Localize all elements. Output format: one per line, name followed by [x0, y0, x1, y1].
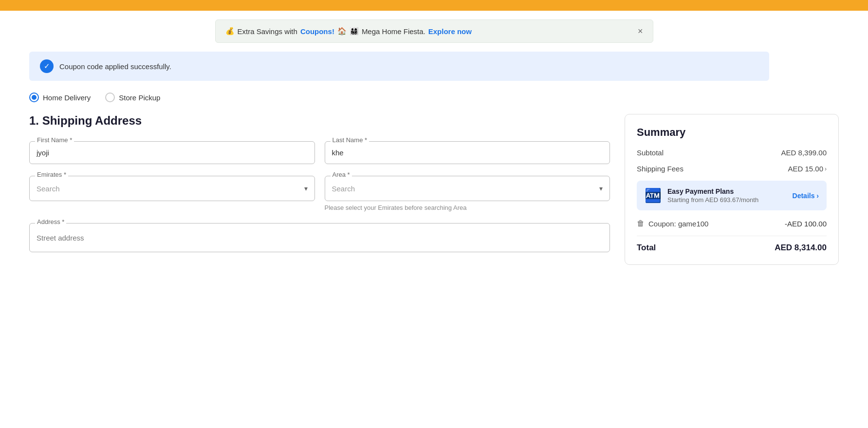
trash-icon[interactable]: 🗑 — [637, 219, 645, 228]
area-select[interactable]: Search ▾ — [325, 176, 610, 201]
store-pickup-option[interactable]: Store Pickup — [105, 93, 160, 102]
emirates-chevron-icon: ▾ — [304, 185, 308, 192]
area-chevron-icon: ▾ — [599, 185, 603, 192]
address-label: Address * — [35, 218, 66, 225]
total-row: Total AED 8,314.00 — [637, 236, 827, 253]
emirates-select[interactable]: Search ▾ — [29, 176, 315, 201]
home-delivery-option[interactable]: Home Delivery — [29, 93, 91, 102]
first-name-label: First Name * — [35, 136, 74, 144]
coupon-label-container: 🗑 Coupon: game100 — [637, 219, 708, 228]
subtotal-label: Subtotal — [637, 149, 664, 157]
summary-title: Summary — [637, 126, 827, 139]
area-hint: Please select your Emirates before searc… — [325, 204, 610, 211]
shipping-value-container: AED 15.00 › — [788, 165, 827, 173]
location-row: Emirates * Search ▾ Area * Search ▾ Plea… — [29, 176, 610, 211]
success-check-icon: ✓ — [40, 59, 54, 73]
total-label: Total — [637, 243, 656, 253]
section-title: 1. Shipping Address — [29, 114, 610, 128]
coupon-success-banner: ✓ Coupon code applied successfully. — [29, 52, 769, 81]
payment-plans-details-link[interactable]: Details › — [793, 192, 819, 200]
payment-plans-text: Easy Payment Plans Starting from AED 693… — [667, 187, 787, 204]
promo-mid-text: Mega Home Fiesta. — [362, 27, 425, 36]
area-group: Area * Search ▾ Please select your Emira… — [325, 176, 610, 211]
shipping-chevron-icon: › — [825, 166, 827, 172]
home-delivery-label: Home Delivery — [43, 93, 91, 102]
first-name-input[interactable] — [29, 141, 315, 164]
shipping-form: 1. Shipping Address First Name * Last Na… — [29, 114, 610, 252]
area-label: Area * — [331, 171, 352, 178]
emirates-group: Emirates * Search ▾ — [29, 176, 315, 211]
coupon-row: 🗑 Coupon: game100 -AED 100.00 — [637, 219, 827, 228]
area-placeholder: Search — [332, 185, 355, 193]
address-input[interactable] — [29, 223, 610, 252]
payment-plans-title: Easy Payment Plans — [667, 187, 787, 195]
subtotal-value: AED 8,399.00 — [781, 149, 827, 157]
name-row: First Name * Last Name * — [29, 141, 610, 164]
shipping-row: Shipping Fees AED 15.00 › — [637, 165, 827, 173]
payment-plans-icon: 🏧 — [645, 187, 662, 204]
first-name-group: First Name * — [29, 141, 315, 164]
total-value: AED 8,314.00 — [775, 243, 827, 253]
shipping-value: AED 15.00 — [788, 165, 823, 173]
store-pickup-radio[interactable] — [105, 93, 115, 102]
store-pickup-label: Store Pickup — [119, 93, 160, 102]
promo-banner: 💰 Extra Savings with Coupons! 🏠 👨‍👩‍👧‍👦 … — [215, 19, 653, 43]
last-name-input[interactable] — [325, 141, 610, 164]
payment-plans-subtitle: Starting from AED 693.67/month — [667, 196, 787, 204]
promo-pre-text: Extra Savings with — [238, 27, 297, 36]
emirates-placeholder: Search — [37, 185, 60, 193]
payment-plans-banner: 🏧 Easy Payment Plans Starting from AED 6… — [637, 181, 827, 210]
family-emoji: 👨‍👩‍👧‍👦 — [350, 27, 359, 36]
coupon-success-text: Coupon code applied successfully. — [59, 62, 171, 71]
main-layout: 1. Shipping Address First Name * Last Na… — [29, 114, 839, 265]
address-group: Address * — [29, 223, 610, 252]
summary-panel: Summary Subtotal AED 8,399.00 Shipping F… — [625, 114, 839, 265]
money-emoji: 💰 — [225, 27, 235, 36]
home-delivery-radio[interactable] — [29, 93, 39, 102]
coupons-link[interactable]: Coupons! — [300, 27, 334, 36]
last-name-group: Last Name * — [325, 141, 610, 164]
promo-text: 💰 Extra Savings with Coupons! 🏠 👨‍👩‍👧‍👦 … — [225, 27, 472, 36]
promo-close-button[interactable]: × — [638, 27, 643, 36]
shipping-label: Shipping Fees — [637, 165, 683, 173]
subtotal-row: Subtotal AED 8,399.00 — [637, 149, 827, 157]
last-name-label: Last Name * — [331, 136, 369, 144]
home-emoji: 🏠 — [337, 27, 347, 36]
explore-link[interactable]: Explore now — [428, 27, 472, 36]
emirates-label: Emirates * — [35, 171, 68, 178]
delivery-options: Home Delivery Store Pickup — [29, 93, 839, 102]
coupon-value: -AED 100.00 — [785, 220, 827, 228]
coupon-label: Coupon: game100 — [648, 220, 708, 228]
top-bar — [0, 0, 868, 11]
